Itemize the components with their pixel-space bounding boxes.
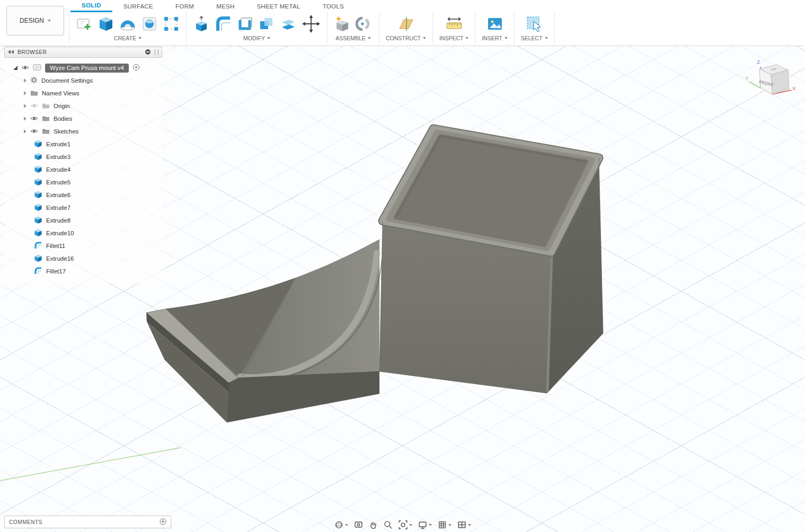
feature-row-extrude5[interactable]: Extrude5 <box>4 176 162 189</box>
tab-solid[interactable]: SOLID <box>70 0 112 12</box>
feature-row-extrude4[interactable]: Extrude4 <box>4 163 162 176</box>
chevron-right-icon[interactable] <box>24 104 26 108</box>
chevron-down-icon <box>267 37 270 39</box>
press-pull-icon[interactable] <box>193 15 210 32</box>
fillet-tool-icon[interactable] <box>215 15 232 32</box>
browser-node-document-settings[interactable]: Document Settings <box>4 74 162 87</box>
group-modify: MODIFY <box>187 12 328 44</box>
orbit-button[interactable] <box>334 520 348 529</box>
browser-node-origin[interactable]: Origin <box>4 100 162 112</box>
extrude-icon[interactable] <box>98 15 114 32</box>
panel-drag-handle[interactable] <box>155 49 158 55</box>
group-label-assemble[interactable]: ASSEMBLE <box>335 35 371 41</box>
browser-node-named-views[interactable]: Named Views <box>4 87 162 100</box>
design-menu-button[interactable]: DESIGN <box>6 6 64 36</box>
display-settings-button[interactable] <box>418 520 432 529</box>
panel-options-icon[interactable] <box>145 49 151 56</box>
chevron-down-icon <box>468 524 471 526</box>
design-menu-label: DESIGN <box>20 17 44 24</box>
tab-surface[interactable]: SURFACE <box>112 0 164 12</box>
tab-tools[interactable]: TOOLS <box>312 0 355 12</box>
group-label-text: MODIFY <box>243 35 265 41</box>
view-cube[interactable]: TOP FRONT Z Y X <box>744 53 797 108</box>
group-label-text: CREATE <box>114 35 136 41</box>
viewports-button[interactable] <box>457 520 471 529</box>
tab-sheet-metal[interactable]: SHEET METAL <box>246 0 312 12</box>
group-label-select[interactable]: SELECT <box>521 35 548 41</box>
hole-icon[interactable] <box>141 15 158 32</box>
group-inspect: INSPECT <box>433 12 476 44</box>
chevron-down-icon <box>545 37 548 39</box>
feature-row-fillet11[interactable]: Fillet11 <box>4 240 162 252</box>
chevron-right-icon[interactable] <box>24 91 26 95</box>
y-axis-label: Y <box>745 76 748 81</box>
navigation-bar <box>334 520 471 529</box>
browser-root-row[interactable]: Wyze Cam Prusa mount v4 <box>4 61 162 74</box>
feature-row-extrude16[interactable]: Extrude16 <box>4 252 162 265</box>
tab-form[interactable]: FORM <box>164 0 205 12</box>
model-body[interactable] <box>146 129 603 422</box>
revolve-icon[interactable] <box>119 15 136 32</box>
feature-row-fillet17[interactable]: Fillet17 <box>4 265 162 278</box>
comments-label: COMMENTS <box>9 519 42 525</box>
group-create: CREATE <box>69 12 187 44</box>
pan-icon[interactable] <box>369 520 378 529</box>
extrude-feature-icon <box>34 139 42 149</box>
select-icon[interactable] <box>526 15 543 32</box>
feature-row-extrude6[interactable]: Extrude6 <box>4 189 162 201</box>
chevron-down-icon <box>368 37 371 39</box>
group-label-inspect[interactable]: INSPECT <box>439 35 469 41</box>
chevron-down-icon <box>409 524 412 526</box>
activate-component-icon[interactable] <box>132 64 140 72</box>
add-comment-icon[interactable] <box>160 518 166 526</box>
chevron-right-icon[interactable] <box>24 129 26 134</box>
fillet-feature-icon <box>34 241 42 251</box>
browser-header[interactable]: BROWSER <box>4 47 162 58</box>
visibility-eye-icon[interactable] <box>30 128 38 135</box>
pattern-icon[interactable] <box>163 15 180 32</box>
document-root-label[interactable]: Wyze Cam Prusa mount v4 <box>45 64 129 73</box>
joint-icon[interactable] <box>356 15 373 32</box>
visibility-eye-icon[interactable] <box>30 116 38 122</box>
feature-row-extrude3[interactable]: Extrude3 <box>4 150 162 163</box>
look-at-button[interactable] <box>354 520 363 529</box>
group-label-insert[interactable]: INSERT <box>482 35 507 41</box>
feature-row-extrude8[interactable]: Extrude8 <box>4 214 162 227</box>
feature-row-extrude10[interactable]: Extrude10 <box>4 227 162 240</box>
expand-icon[interactable] <box>13 66 17 70</box>
move-copy-icon[interactable] <box>302 14 321 33</box>
collapse-panel-icon[interactable] <box>8 49 14 55</box>
feature-row-extrude1[interactable]: Extrude1 <box>4 138 162 150</box>
browser-node-bodies[interactable]: Bodies <box>4 112 162 125</box>
group-label-modify[interactable]: MODIFY <box>243 35 270 41</box>
measure-icon[interactable] <box>445 15 463 32</box>
folder-icon <box>42 115 50 122</box>
visibility-eye-off-icon[interactable] <box>30 103 38 110</box>
group-label-create[interactable]: CREATE <box>114 35 141 41</box>
shell-icon[interactable] <box>236 15 253 32</box>
grid-settings-button[interactable] <box>438 520 452 529</box>
browser-node-sketches[interactable]: Sketches <box>4 125 162 138</box>
tab-label: SURFACE <box>123 3 153 10</box>
construct-plane-icon[interactable] <box>396 15 415 32</box>
tab-mesh[interactable]: MESH <box>205 0 245 12</box>
component-icon <box>33 64 41 72</box>
combine-icon[interactable] <box>258 15 275 32</box>
feature-row-extrude7[interactable]: Extrude7 <box>4 201 162 214</box>
insert-image-icon[interactable] <box>486 15 503 32</box>
fit-button[interactable] <box>399 520 412 529</box>
chevron-down-icon <box>429 524 432 526</box>
chevron-right-icon[interactable] <box>24 117 26 121</box>
visibility-eye-icon[interactable] <box>21 65 29 72</box>
create-sketch-icon[interactable] <box>76 15 93 32</box>
chevron-right-icon[interactable] <box>24 78 26 83</box>
browser-tree: Wyze Cam Prusa mount v4 Document Setting… <box>4 58 162 283</box>
offset-face-icon[interactable] <box>280 15 297 32</box>
zoom-button[interactable] <box>384 520 393 529</box>
group-label-construct[interactable]: CONSTRUCT <box>386 35 426 41</box>
x-axis-label: X <box>792 86 795 91</box>
new-component-icon[interactable] <box>334 15 351 32</box>
top-toolbar: SOLID SURFACE FORM MESH SHEET METAL TOOL… <box>0 0 805 46</box>
group-label-text: INSPECT <box>439 35 464 41</box>
comments-bar[interactable]: COMMENTS <box>4 516 171 528</box>
